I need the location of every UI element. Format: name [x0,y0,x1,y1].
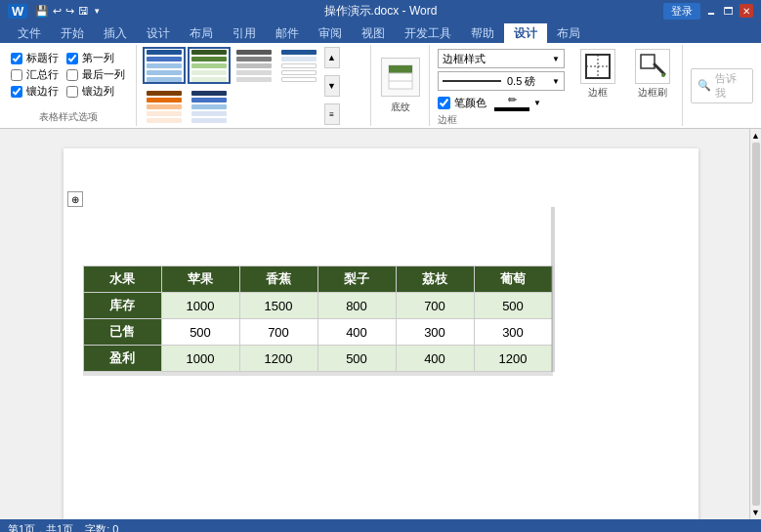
header-cell-grape: 葡萄 [474,266,552,293]
thickness-preview [443,80,501,82]
cell-stock-apple: 1000 [161,293,239,319]
tab-references[interactable]: 引用 [223,23,266,43]
cell-stock-lychee: 700 [396,293,474,319]
style-swatch-orange[interactable] [143,88,186,125]
window-title: 操作演示.docx - Word [324,3,438,20]
table-right-resize-handle[interactable] [551,207,555,372]
borders-button[interactable]: 边框 [572,49,623,100]
shading-button[interactable]: 底纹 [381,58,420,114]
search-box[interactable]: 🔍 告诉我 [691,68,753,103]
style-swatch-white[interactable] [277,47,320,84]
svg-point-9 [661,73,665,77]
tab-mail[interactable]: 邮件 [266,23,309,43]
cell-sold-banana: 700 [239,319,317,346]
dropdown-icon[interactable]: ▼ [93,7,101,16]
checkbox-banded-row[interactable] [11,86,22,98]
cell-profit-pear: 500 [317,346,396,372]
tab-design[interactable]: 设计 [137,23,180,43]
scroll-down-arrow[interactable]: ▼ [751,508,760,517]
pen-color-picker[interactable]: ✏ [494,94,529,111]
border-brush-button[interactable]: 边框刷 [627,49,678,100]
minimize-button[interactable]: 🗕 [704,4,718,18]
tab-table-layout[interactable]: 布局 [547,23,590,43]
swatch-line [191,63,227,68]
tab-file[interactable]: 文件 [8,23,51,43]
borders-label: 边框 [588,86,608,100]
scroll-down-button[interactable]: ▼ [324,75,340,97]
ribbon: 标题行 第一列 汇总行 最后一列 镶边行 镶边列 表格样式选项 [0,43,761,129]
table-move-handle[interactable]: ⊕ [67,191,83,207]
svg-line-8 [655,64,664,74]
style-swatch-blue2[interactable] [188,88,231,125]
swatch-line [147,63,182,68]
title-bar-right: 登录 🗕 🗖 ✕ [663,3,753,20]
swatch-lines-blue [145,48,184,84]
checkbox-banded-col[interactable] [66,86,78,98]
label-banded-row: 镶边行 [26,84,59,99]
checkbox-pen-color[interactable] [438,97,450,109]
swatch-line [147,91,182,96]
tab-help[interactable]: 帮助 [461,23,504,43]
border-buttons: 边框 边框刷 [572,49,678,100]
tab-developer[interactable]: 开发工具 [395,23,461,43]
login-button[interactable]: 登录 [663,3,700,20]
ribbon-tab-bar: 文件 开始 插入 设计 布局 引用 邮件 审阅 视图 开发工具 帮助 设计 布局 [0,21,761,43]
swatch-line [147,111,182,116]
title-bar: W 💾 ↩ ↪ 🖫 ▼ 操作演示.docx - Word 登录 🗕 🗖 ✕ [0,0,761,21]
borders-icon [580,49,615,84]
table-style-options-group: 标题行 第一列 汇总行 最后一列 镶边行 镶边列 表格样式选项 [0,45,137,126]
shading-group: 底纹 [371,45,430,126]
print-icon[interactable]: 🖫 [78,5,89,17]
header-cell-lychee: 荔枝 [396,266,474,293]
maximize-button[interactable]: 🗖 [722,4,736,18]
border-style-select[interactable]: 边框样式 ▼ [438,49,565,68]
status-bar: 第1页，共1页 字数: 0 [0,519,761,532]
border-style-label: 边框样式 [443,52,486,66]
save-icon[interactable]: 💾 [35,5,49,18]
pen-color-label: 笔颜色 [454,96,486,110]
label-first-col: 第一列 [82,51,114,65]
undo-icon[interactable]: ↩ [53,5,62,18]
checkbox-first-col[interactable] [66,53,78,64]
more-styles-button[interactable]: ≡ [324,103,340,125]
tab-table-design[interactable]: 设计 [504,23,547,43]
tab-layout[interactable]: 布局 [180,23,223,43]
style-swatch-green[interactable] [188,47,231,84]
style-swatch-blue[interactable] [143,47,186,84]
redo-icon[interactable]: ↪ [65,5,74,18]
swatch-line [191,104,227,109]
table-bottom-resize-handle[interactable] [83,372,553,376]
tab-insert[interactable]: 插入 [94,23,137,43]
checkbox-total-row[interactable] [11,69,22,81]
label-last-col: 最后一列 [82,67,125,82]
pen-color-dropdown-icon[interactable]: ▼ [533,99,541,107]
style-grid: ▲ ▼ ≡ [143,47,365,127]
scroll-up-arrow[interactable]: ▲ [751,131,760,141]
swatch-line [147,70,182,75]
checkbox-last-col[interactable] [66,69,78,81]
swatch-line [191,77,227,82]
table-row-stock: 库存 1000 1500 800 700 500 [83,293,552,319]
cell-sold-label: 已售 [83,319,161,346]
scroll-thumb[interactable] [752,143,760,506]
border-thickness-select[interactable]: 0.5 磅 ▼ [438,71,565,91]
tab-home[interactable]: 开始 [51,23,94,43]
tab-view[interactable]: 视图 [352,23,395,43]
swatch-line [236,77,272,82]
swatch-line [236,50,272,55]
swatch-lines-orange [145,89,184,125]
border-controls-content: 边框样式 ▼ 0.5 磅 ▼ 笔颜色 ✏ [438,49,678,111]
close-button[interactable]: ✕ [740,4,753,18]
checkbox-title-row[interactable] [11,53,22,64]
label-title-row: 标题行 [26,51,59,65]
cell-stock-grape: 500 [474,293,552,319]
scroll-up-button[interactable]: ▲ [324,47,340,68]
cell-stock-label: 库存 [83,293,161,319]
tab-review[interactable]: 审阅 [309,23,352,43]
cell-profit-lychee: 400 [396,346,474,372]
swatch-line [147,77,182,82]
search-placeholder: 告诉我 [715,71,746,101]
border-style-row: 边框样式 ▼ [438,49,565,68]
scrollbar-vertical[interactable]: ▲ ▼ [749,129,761,519]
style-swatch-gray[interactable] [233,47,275,84]
